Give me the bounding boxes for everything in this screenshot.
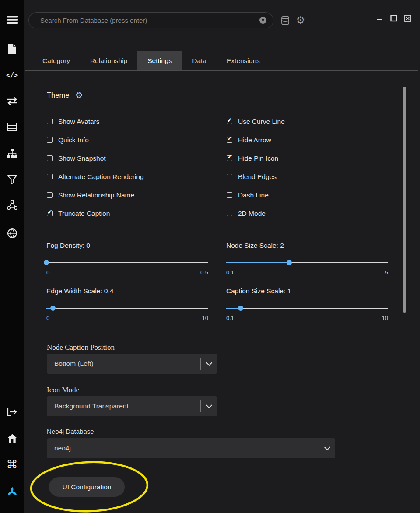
scrollbar-thumb[interactable] [403, 87, 406, 313]
checkbox[interactable] [227, 119, 232, 124]
slider-track[interactable] [226, 306, 388, 311]
slider-track[interactable] [46, 260, 208, 265]
slider-min: 0 [46, 315, 49, 321]
slider-label: Fog Density: 0 [46, 242, 208, 249]
theme-title: Theme [47, 91, 69, 99]
checkbox-label: Alternate Caption Rendering [58, 173, 144, 181]
checkbox[interactable] [227, 174, 232, 179]
checkbox-label: 2D Mode [238, 210, 266, 218]
tab-category[interactable]: Category [32, 51, 80, 70]
node-caption-position-select[interactable]: Bottom (Left) [47, 354, 217, 374]
checkbox[interactable] [227, 192, 232, 198]
checkbox-use-curve-line[interactable]: Use Curve Line [227, 117, 285, 126]
checkbox-label: Dash Line [238, 191, 269, 199]
neo4j-database-label: Neo4j Database [47, 428, 94, 435]
code-icon[interactable]: </> [0, 67, 24, 83]
slider-min: 0 [46, 269, 49, 276]
search-input[interactable] [28, 12, 273, 28]
checkbox[interactable] [227, 137, 232, 143]
checkbox[interactable] [47, 174, 52, 179]
app-window: </> ⌘ [0, 0, 420, 513]
select-value: neo4j [47, 438, 335, 458]
slider-max: 0.5 [200, 269, 208, 276]
checkbox-blend-edges[interactable]: Blend Edges [227, 172, 285, 181]
checkbox[interactable] [47, 119, 52, 124]
checkbox-label: Show Avatars [58, 118, 100, 126]
checkbox-column-left: Show Avatars Quick Info Show Snapshot Al… [47, 117, 144, 218]
slider-min: 0.1 [226, 269, 234, 276]
checkbox-hide-pin-icon[interactable]: Hide Pin Icon [227, 154, 285, 162]
slider-handle[interactable] [238, 306, 243, 311]
select-divider [200, 400, 201, 412]
sidebar: </> ⌘ [0, 0, 24, 513]
slider-max: 5 [385, 269, 388, 276]
tab-data[interactable]: Data [182, 51, 217, 70]
table-icon[interactable] [0, 119, 24, 135]
slider-max: 10 [382, 315, 388, 321]
globe-icon[interactable] [0, 225, 24, 241]
graph-icon[interactable] [0, 197, 24, 213]
filter-icon[interactable] [0, 172, 24, 187]
tab-extensions[interactable]: Extensions [217, 51, 270, 70]
tab-relationship[interactable]: Relationship [80, 51, 137, 70]
slider-edge-width-scale: Edge Width Scale: 0.4 0 10 [46, 287, 208, 321]
slider-min: 0.1 [226, 315, 234, 321]
tab-settings[interactable]: Settings [137, 51, 182, 70]
sign-out-icon[interactable] [0, 404, 24, 420]
command-icon[interactable]: ⌘ [0, 457, 24, 472]
minimize-button[interactable] [376, 15, 383, 22]
checkbox-label: Hide Pin Icon [238, 155, 278, 162]
maximize-button[interactable] [390, 15, 397, 22]
checkbox-show-avatars[interactable]: Show Avatars [47, 117, 144, 126]
checkbox-show-relationship-name[interactable]: Show Relationship Name [47, 191, 144, 199]
checkbox-hide-arrow[interactable]: Hide Arrow [227, 136, 285, 144]
select-value: Background Transparent [47, 396, 217, 416]
home-icon[interactable] [0, 430, 24, 446]
slider-label: Node Size Scale: 2 [226, 242, 388, 249]
cluster-icon[interactable] [0, 484, 24, 500]
slider-caption-size-scale: Caption Size Scale: 1 0.1 10 [226, 287, 388, 321]
icon-mode-label: Icon Mode [47, 386, 79, 394]
theme-gear-icon[interactable]: ⚙ [75, 90, 83, 100]
checkbox[interactable] [227, 155, 232, 161]
ui-configuration-button[interactable]: UI Configuration [49, 477, 125, 497]
theme-section-header: Theme ⚙ [47, 90, 83, 100]
gear-icon[interactable]: ⚙ [295, 13, 306, 27]
slider-max: 10 [202, 315, 208, 321]
checkbox[interactable] [47, 211, 52, 216]
select-divider [200, 358, 201, 370]
node-caption-position-label: Node Caption Position [47, 343, 115, 352]
slider-track[interactable] [46, 306, 208, 311]
checkbox-quick-info[interactable]: Quick Info [47, 136, 144, 144]
checkbox-truncate-caption[interactable]: Truncate Caption [47, 209, 144, 218]
sitemap-icon[interactable] [0, 146, 24, 162]
checkbox-2d-mode[interactable]: 2D Mode [227, 209, 285, 218]
tab-divider [25, 70, 418, 71]
checkbox-label: Use Curve Line [238, 118, 285, 126]
checkbox[interactable] [47, 192, 52, 198]
slider-node-size-scale: Node Size Scale: 2 0.1 5 [226, 242, 388, 276]
checkbox[interactable] [47, 137, 52, 143]
slider-handle[interactable] [287, 260, 292, 265]
icon-mode-select[interactable]: Background Transparent [47, 396, 217, 416]
checkbox-label: Hide Arrow [238, 136, 271, 144]
checkbox-label: Show Snapshot [58, 155, 106, 162]
database-icon[interactable] [280, 15, 290, 26]
close-button[interactable] [404, 15, 411, 22]
slider-track[interactable] [226, 260, 388, 265]
checkbox-dash-line[interactable]: Dash Line [227, 191, 285, 199]
neo4j-database-select[interactable]: neo4j [47, 438, 335, 458]
clear-search-icon[interactable] [259, 17, 266, 24]
checkbox-alternate-caption-rendering[interactable]: Alternate Caption Rendering [47, 172, 144, 181]
search-bar [28, 12, 273, 28]
swap-arrows-icon[interactable] [0, 93, 24, 109]
checkbox[interactable] [227, 211, 232, 216]
checkbox-show-snapshot[interactable]: Show Snapshot [47, 154, 144, 162]
file-icon[interactable] [0, 41, 24, 57]
checkbox-label: Truncate Caption [58, 210, 110, 218]
slider-handle[interactable] [44, 260, 49, 265]
menu-icon[interactable] [0, 12, 24, 28]
checkbox-label: Blend Edges [238, 173, 276, 181]
checkbox[interactable] [47, 155, 52, 161]
slider-handle[interactable] [50, 306, 56, 311]
